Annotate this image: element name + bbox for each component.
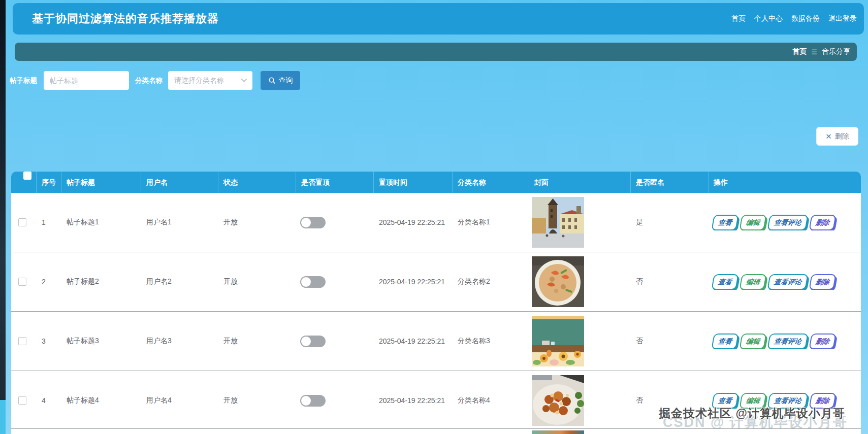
cell-title: 帖子标题4 xyxy=(61,396,141,405)
col-header-anonymous: 是否匿名 xyxy=(631,172,709,193)
cover-image-classroom-blackboard[interactable] xyxy=(532,316,584,366)
chevron-down-icon xyxy=(241,78,247,83)
view-button[interactable]: 查看 xyxy=(711,274,738,290)
col-header-title: 帖子标题 xyxy=(61,172,141,193)
app-header: 基于协同过滤算法的音乐推荐播放器 首页 个人中心 数据备份 退出登录 xyxy=(13,3,864,35)
breadcrumb-current: 音乐分享 xyxy=(822,47,850,56)
cover-image-partial xyxy=(532,430,584,434)
row-actions: 查看 编辑 查看评论 删除 xyxy=(713,215,861,230)
col-header-pin-time: 置顶时间 xyxy=(374,172,453,193)
delete-row-button[interactable]: 删除 xyxy=(809,393,836,409)
edit-button[interactable]: 编辑 xyxy=(739,274,766,290)
query-button-label: 查询 xyxy=(279,76,293,85)
close-icon: ✕ xyxy=(825,132,832,140)
select-all-checkbox[interactable] xyxy=(23,172,31,180)
delete-selected-button[interactable]: ✕ 删除 xyxy=(816,127,858,146)
col-header-index: 序号 xyxy=(37,172,61,193)
category-select[interactable]: 请选择分类名称 xyxy=(168,71,252,90)
row-checkbox[interactable] xyxy=(18,218,26,226)
col-header-actions: 操作 xyxy=(709,172,861,193)
col-header-status: 状态 xyxy=(218,172,296,193)
pin-toggle[interactable] xyxy=(300,217,326,228)
view-comments-button[interactable]: 查看评论 xyxy=(767,215,808,230)
post-title-label: 帖子标题 xyxy=(10,71,37,90)
cell-username: 用户名2 xyxy=(141,277,218,286)
cell-pin-time: 2025-04-19 22:25:21 xyxy=(374,218,453,226)
cover-image-shrimp-bowl[interactable] xyxy=(532,256,584,307)
col-header-cover: 封面 xyxy=(529,172,631,193)
cell-status: 开放 xyxy=(218,277,296,286)
view-comments-button[interactable]: 查看评论 xyxy=(767,274,808,290)
edit-button[interactable]: 编辑 xyxy=(739,333,766,349)
nav-item-logout[interactable]: 退出登录 xyxy=(828,14,857,23)
window-edge-strip-bottom xyxy=(0,400,6,434)
delete-row-button[interactable]: 删除 xyxy=(809,333,836,349)
cell-title: 帖子标题2 xyxy=(61,277,141,286)
row-checkbox[interactable] xyxy=(18,396,26,405)
cell-username: 用户名3 xyxy=(141,337,218,346)
col-header-username: 用户名 xyxy=(141,172,218,193)
row-checkbox[interactable] xyxy=(18,337,26,345)
cell-anonymous: 否 xyxy=(631,277,709,286)
cell-category: 分类名称2 xyxy=(453,277,529,286)
cell-status: 开放 xyxy=(218,337,296,346)
col-header-category: 分类名称 xyxy=(453,172,529,193)
breadcrumb-separator-icon: ☰ xyxy=(811,48,817,56)
posts-table: 序号 帖子标题 用户名 状态 是否置顶 置顶时间 分类名称 封面 是否匿名 操作… xyxy=(11,172,861,430)
table-row: 2 帖子标题2 用户名2 开放 2025-04-19 22:25:21 分类名称… xyxy=(11,252,861,312)
cell-anonymous: 是 xyxy=(631,218,709,227)
table-row-partial xyxy=(11,428,861,434)
pin-toggle[interactable] xyxy=(300,276,326,288)
nav-item-backup[interactable]: 数据备份 xyxy=(791,14,820,23)
table-row: 4 帖子标题4 用户名4 开放 2025-04-19 22:25:21 分类名称… xyxy=(11,371,861,430)
cell-title: 帖子标题1 xyxy=(61,218,141,227)
view-button[interactable]: 查看 xyxy=(711,215,738,230)
edit-button[interactable]: 编辑 xyxy=(739,393,766,409)
breadcrumb-home[interactable]: 首页 xyxy=(792,47,807,56)
delete-row-button[interactable]: 删除 xyxy=(809,274,836,290)
cell-status: 开放 xyxy=(218,218,296,227)
cell-title: 帖子标题3 xyxy=(61,337,141,346)
query-button[interactable]: 查询 xyxy=(261,71,300,90)
row-checkbox[interactable] xyxy=(18,278,26,286)
cell-anonymous: 否 xyxy=(631,396,709,405)
cell-category: 分类名称1 xyxy=(453,218,529,227)
cell-category: 分类名称4 xyxy=(453,396,529,405)
breadcrumb: 首页 ☰ 音乐分享 xyxy=(15,43,857,61)
screen: 基于协同过滤算法的音乐推荐播放器 首页 个人中心 数据备份 退出登录 首页 ☰ … xyxy=(0,0,868,434)
nav-item-home[interactable]: 首页 xyxy=(731,14,746,23)
col-header-pinned: 是否置顶 xyxy=(296,172,374,193)
cell-username: 用户名1 xyxy=(141,218,218,227)
category-select-placeholder: 请选择分类名称 xyxy=(174,76,224,85)
nav-item-profile[interactable]: 个人中心 xyxy=(754,14,783,23)
cell-pin-time: 2025-04-19 22:25:21 xyxy=(374,278,453,286)
cell-pin-time: 2025-04-19 22:25:21 xyxy=(374,396,453,405)
pin-toggle[interactable] xyxy=(300,336,326,347)
window-edge-strip xyxy=(0,0,6,434)
cell-index: 1 xyxy=(37,218,61,226)
view-comments-button[interactable]: 查看评论 xyxy=(767,333,808,349)
cell-username: 用户名4 xyxy=(141,396,218,405)
top-nav: 首页 个人中心 数据备份 退出登录 xyxy=(731,14,857,23)
row-actions: 查看 编辑 查看评论 删除 xyxy=(713,393,861,409)
cover-image-kungpao-chicken[interactable] xyxy=(532,375,584,426)
app-title: 基于协同过滤算法的音乐推荐播放器 xyxy=(32,11,219,26)
cell-anonymous: 否 xyxy=(631,337,709,346)
delete-row-button[interactable]: 删除 xyxy=(809,215,836,230)
cell-category: 分类名称3 xyxy=(453,337,529,346)
view-comments-button[interactable]: 查看评论 xyxy=(767,393,808,409)
delete-selected-label: 删除 xyxy=(835,132,849,141)
cell-index: 3 xyxy=(37,337,61,345)
row-actions: 查看 编辑 查看评论 删除 xyxy=(713,333,861,349)
view-button[interactable]: 查看 xyxy=(711,333,738,349)
view-button[interactable]: 查看 xyxy=(711,393,738,409)
post-title-input[interactable] xyxy=(44,71,129,90)
table-header-row: 序号 帖子标题 用户名 状态 是否置顶 置顶时间 分类名称 封面 是否匿名 操作 xyxy=(11,172,861,193)
cover-image-prague-tower[interactable] xyxy=(532,197,584,248)
table-row: 3 帖子标题3 用户名3 开放 2025-04-19 22:25:21 分类名称… xyxy=(11,312,861,371)
category-label: 分类名称 xyxy=(135,71,163,90)
edit-button[interactable]: 编辑 xyxy=(739,215,766,230)
table-row: 1 帖子标题1 用户名1 开放 2025-04-19 22:25:21 分类名称… xyxy=(11,193,861,252)
pin-toggle[interactable] xyxy=(300,395,326,407)
row-actions: 查看 编辑 查看评论 删除 xyxy=(713,274,861,290)
